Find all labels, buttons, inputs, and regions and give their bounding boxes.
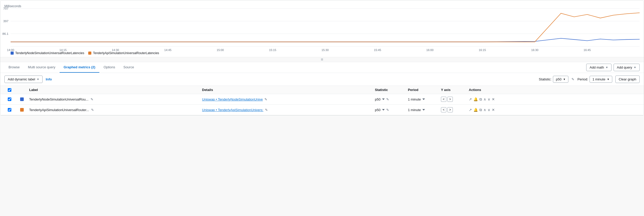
row2-statistic-edit-icon[interactable]: ✎	[386, 108, 389, 112]
tab-source[interactable]: Source	[119, 62, 138, 73]
header-details: Details	[202, 88, 373, 92]
row1-yaxis-left[interactable]: <	[441, 97, 446, 102]
svg-text:397: 397	[3, 19, 9, 22]
row2-color-cell	[17, 108, 27, 112]
drag-icon: ≡	[321, 57, 323, 62]
header-checkbox-cell	[4, 88, 15, 92]
period-select[interactable]: 1 minute ▼	[590, 76, 612, 83]
add-dynamic-label-button[interactable]: Add dynamic label ▼	[4, 76, 43, 83]
statistic-value: p50	[556, 77, 561, 81]
statistic-group: Statistic: p50 ▼	[539, 76, 568, 83]
row2-checkbox-cell	[4, 108, 15, 112]
row1-action-down-icon[interactable]: ∨	[488, 97, 490, 101]
row1-details-edit-icon[interactable]: ✎	[264, 97, 267, 101]
header-actions: Actions	[469, 88, 640, 92]
chart-legend: TenderlyNodeSimulationUniversalRouterLat…	[11, 51, 159, 55]
main-container: Milliseconds 707 397 86.1 14:00 14:15 14…	[0, 0, 644, 115]
row1-yaxis-right[interactable]: >	[447, 97, 453, 102]
legend-label-orange: TenderlyApiSimulationUniversalRouterLate…	[93, 51, 159, 55]
header-checkbox[interactable]	[8, 88, 11, 92]
add-query-label: Add query	[617, 65, 632, 69]
add-math-caret: ▼	[606, 66, 608, 69]
legend-color-orange	[88, 52, 91, 55]
add-math-label: Add math	[590, 65, 604, 69]
svg-text:15:15: 15:15	[269, 48, 276, 51]
header-period: Period	[408, 88, 439, 92]
legend-color-blue	[11, 52, 14, 55]
row2-actions-cell: ↗ 🔔 ⧉ ∧ ∨ ✕	[469, 108, 640, 112]
row2-period-caret[interactable]	[422, 109, 425, 111]
metrics-table-header: Label Details Statistic Period Y axis Ac…	[0, 86, 644, 94]
row1-color-box	[20, 97, 24, 101]
add-math-button[interactable]: Add math ▼	[586, 64, 611, 71]
row2-color-box	[20, 108, 24, 112]
row1-period-value: 1 minute	[408, 97, 421, 101]
row2-action-alarm-icon[interactable]: 🔔	[473, 108, 478, 112]
row1-statistic-caret[interactable]	[382, 98, 385, 100]
tabs-container: Browse Multi source query Graphed metric…	[0, 62, 644, 73]
svg-text:16:45: 16:45	[584, 48, 591, 51]
row1-actions-cell: ↗ 🔔 ⧉ ∧ ∨ ✕	[469, 97, 640, 102]
row1-action-alarm-icon[interactable]: 🔔	[473, 97, 478, 101]
row1-statistic-edit-icon[interactable]: ✎	[386, 97, 389, 101]
row2-label-edit-icon[interactable]: ✎	[91, 108, 94, 112]
row2-statistic-caret[interactable]	[382, 109, 385, 111]
row1-statistic-cell: p50 ✎	[375, 97, 406, 101]
statistic-select[interactable]: p50 ▼	[553, 76, 568, 83]
svg-text:16:00: 16:00	[426, 48, 433, 51]
svg-text:15:45: 15:45	[374, 48, 381, 51]
row2-checkbox[interactable]	[8, 108, 11, 112]
row2-details-cell: Uniswap • TenderlyApiSimulationUnivers: …	[202, 108, 373, 112]
row2-yaxis-right[interactable]: >	[447, 107, 453, 112]
svg-text:14:30: 14:30	[112, 48, 119, 51]
row1-checkbox[interactable]	[8, 97, 11, 101]
metrics-table: Label Details Statistic Period Y axis Ac…	[0, 86, 644, 115]
svg-text:16:30: 16:30	[531, 48, 538, 51]
statistic-caret: ▼	[563, 78, 566, 81]
info-link[interactable]: Info	[46, 77, 52, 81]
tab-multi-source-query[interactable]: Multi source query	[24, 62, 59, 73]
row2-statistic-value: p50	[375, 108, 381, 112]
dynamic-label-caret: ▼	[37, 78, 39, 81]
tab-graphed-metrics[interactable]: Graphed metrics (2)	[60, 62, 100, 73]
row2-label-cell: TenderlyApiSimulationUniversalRouter... …	[29, 108, 200, 112]
row1-action-up-icon[interactable]: ∧	[484, 97, 486, 101]
drag-handle[interactable]: ≡	[0, 57, 644, 62]
row1-label-edit-icon[interactable]: ✎	[91, 97, 93, 101]
row2-yaxis-cell: < >	[441, 107, 467, 112]
statistic-label: Statistic:	[539, 77, 551, 81]
row2-action-remove-icon[interactable]: ✕	[492, 108, 495, 112]
tab-browse[interactable]: Browse	[4, 62, 24, 73]
row1-action-copy-icon[interactable]: ⧉	[479, 97, 482, 102]
clear-graph-button[interactable]: Clear graph	[615, 76, 640, 83]
period-group: Period: 1 minute ▼	[577, 76, 612, 83]
row2-action-copy-icon[interactable]: ⧉	[479, 108, 482, 112]
table-row: TenderlyNodeSimulationUniversalRou... ✎ …	[0, 94, 644, 105]
tabs-right: Add math ▼ Add query ▼	[586, 64, 640, 71]
add-query-caret: ▼	[634, 66, 636, 69]
svg-text:15:00: 15:00	[217, 48, 224, 51]
tab-options[interactable]: Options	[99, 62, 119, 73]
svg-text:14:00: 14:00	[7, 48, 14, 51]
period-edit-icon[interactable]: ✎	[571, 77, 574, 81]
row1-action-trend-icon[interactable]: ↗	[469, 97, 472, 101]
row2-action-down-icon[interactable]: ∨	[488, 108, 490, 112]
svg-text:15:30: 15:30	[321, 48, 329, 51]
legend-item-blue: TenderlyNodeSimulationUniversalRouterLat…	[11, 51, 84, 55]
row1-color-cell	[17, 97, 27, 101]
svg-text:14:45: 14:45	[164, 48, 172, 51]
row1-action-remove-icon[interactable]: ✕	[492, 97, 495, 101]
row2-period-value: 1 minute	[408, 108, 421, 112]
legend-label-blue: TenderlyNodeSimulationUniversalRouterLat…	[15, 51, 84, 55]
row2-yaxis-left[interactable]: <	[441, 107, 446, 112]
chart-svg: 707 397 86.1 14:00 14:15 14:30 14:45 15:…	[11, 9, 640, 47]
row2-action-trend-icon[interactable]: ↗	[469, 108, 472, 112]
add-query-button[interactable]: Add query ▼	[614, 64, 640, 71]
row1-details-text[interactable]: Uniswap • TenderlyNodeSimulationUnive	[202, 97, 263, 101]
row2-action-up-icon[interactable]: ∧	[484, 108, 486, 112]
table-row: TenderlyApiSimulationUniversalRouter... …	[0, 105, 644, 115]
row2-details-text[interactable]: Uniswap • TenderlyApiSimulationUnivers:	[202, 108, 263, 112]
chart-area: Milliseconds 707 397 86.1 14:00 14:15 14…	[0, 0, 644, 57]
row2-details-edit-icon[interactable]: ✎	[265, 108, 268, 112]
row1-period-caret[interactable]	[422, 98, 425, 100]
